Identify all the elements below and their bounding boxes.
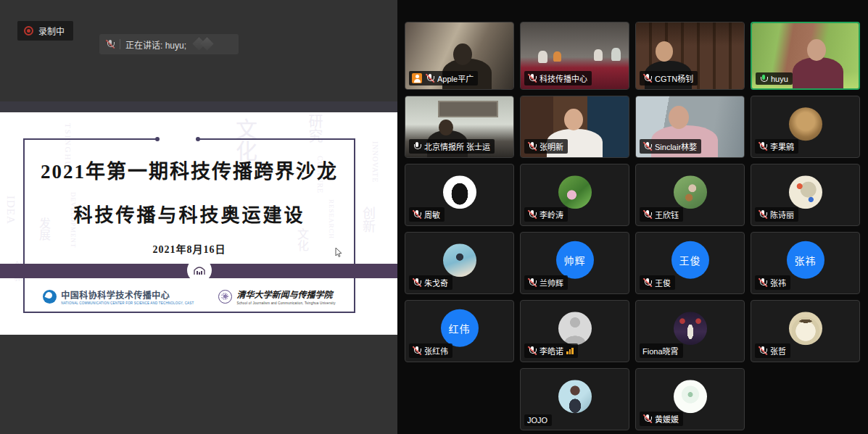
slide-logos-row: 中国科协科学技术传播中心 NATIONAL COMMUNICATION CENT… xyxy=(23,288,355,305)
participant-tile[interactable]: 周敏 xyxy=(405,164,514,226)
avatar-initials: 张祎 xyxy=(787,241,824,279)
mic-muted-icon xyxy=(758,142,767,151)
participant-name: 朱戈奇 xyxy=(424,277,448,288)
mic-muted-icon xyxy=(642,210,652,220)
mic-muted-icon xyxy=(412,346,421,356)
tsinghua-seal-icon xyxy=(218,290,232,304)
meeting-window: 录制中 正在讲话: huyu; 文化 研究 创新 TSINGHUA CULTUR… xyxy=(0,0,868,434)
mic-muted-icon xyxy=(527,74,537,83)
name-label: 张祎 xyxy=(755,275,790,290)
participant-tile[interactable]: 李岭涛 xyxy=(520,164,629,226)
participant-name: 兰帅辉 xyxy=(540,277,563,288)
avatar-lantern xyxy=(789,312,822,345)
participant-tile[interactable]: 李果鹓 xyxy=(751,96,860,158)
mic-muted-icon xyxy=(758,346,767,356)
divider xyxy=(120,39,120,49)
tsinghua-gate-emblem-icon xyxy=(187,258,212,283)
participant-tile[interactable]: 张明新 xyxy=(520,96,629,158)
participant-name: 王俊 xyxy=(655,277,671,288)
mic-muted-icon xyxy=(758,278,767,288)
name-label: 李岭涛 xyxy=(524,207,568,222)
name-label: JOJO xyxy=(524,414,552,426)
participant-name: Fiona晓霄 xyxy=(642,345,679,356)
mic-active-icon xyxy=(759,74,768,83)
mic-muted-icon xyxy=(642,142,652,151)
participant-tile-speaking[interactable]: huyu xyxy=(751,22,860,90)
watermark-text: INNOVATE xyxy=(371,141,379,183)
avatar-anime-beach xyxy=(443,243,476,277)
participant-tile[interactable]: 朱戈奇 xyxy=(405,232,514,294)
name-label: 朱戈奇 xyxy=(409,275,452,290)
participant-tile[interactable]: CGTN杨钊 xyxy=(635,22,745,90)
participant-tile[interactable]: 红伟 张红伟 xyxy=(405,300,514,362)
recording-icon xyxy=(24,26,33,36)
watermark-text: 创新 xyxy=(358,206,377,233)
name-label: Apple平广 xyxy=(409,71,478,85)
name-label: 北京情报所 张士运 xyxy=(409,139,495,154)
name-label: 李果鹓 xyxy=(755,139,798,154)
mic-muted-icon xyxy=(105,40,115,49)
mic-muted-icon xyxy=(642,74,652,83)
participant-tile[interactable]: 张哲 xyxy=(751,300,860,362)
participant-tile[interactable]: 李皓诺 xyxy=(520,300,629,362)
slide-title-line2: 科技传播与科技奥运建设 xyxy=(23,200,355,227)
tsinghua-logo-subtitle: School of Journalism and Communication, … xyxy=(236,301,335,305)
avatar-reading-silhouette xyxy=(443,175,476,209)
participant-tile[interactable]: 王欣钰 xyxy=(635,164,745,226)
participant-tile[interactable]: 帅辉 兰帅辉 xyxy=(520,232,629,294)
slide-date: 2021年8月16日 xyxy=(23,241,355,256)
mic-muted-icon xyxy=(412,210,421,220)
participant-tile[interactable]: 北京情报所 张士运 xyxy=(405,96,514,158)
slide-title: 2021年第一期科技传播跨界沙龙 科技传播与科技奥运建设 xyxy=(23,156,355,227)
participant-tile[interactable]: 科技传播中心 xyxy=(520,22,629,90)
participant-tile[interactable]: Fiona晓霄 xyxy=(635,300,745,362)
mic-muted-icon xyxy=(527,142,537,151)
mic-muted-icon xyxy=(527,278,537,288)
participant-tile[interactable]: 王俊 王俊 xyxy=(635,232,745,294)
name-label: CGTN杨钊 xyxy=(640,71,698,85)
recording-label: 录制中 xyxy=(38,25,65,37)
avatar-default-person xyxy=(558,312,592,345)
participant-tile[interactable]: 黄媛媛 xyxy=(635,368,745,430)
mouse-cursor-icon xyxy=(335,247,342,260)
name-label: Sinclair林婺 xyxy=(640,139,701,154)
mic-muted-icon xyxy=(527,210,537,220)
participant-name: 张哲 xyxy=(770,345,786,356)
avatar-teddy-bear xyxy=(789,107,822,141)
mic-muted-icon xyxy=(425,74,434,83)
tsinghua-logo-title: 清华大学新闻与传播学院 xyxy=(236,288,335,301)
slide-purple-band xyxy=(0,264,397,278)
cast-center-logo: 中国科协科学技术传播中心 NATIONAL COMMUNICATION CENT… xyxy=(43,288,194,305)
participant-tile[interactable]: Apple平广 xyxy=(405,22,514,90)
participant-name: 张祎 xyxy=(770,277,786,288)
participant-name: Apple平广 xyxy=(437,72,474,84)
mic-muted-icon xyxy=(758,210,767,220)
avatar-initials: 帅辉 xyxy=(556,241,594,279)
participant-tile[interactable]: Sinclair林婺 xyxy=(635,96,745,158)
participant-tile[interactable]: 陈诗丽 xyxy=(751,164,860,226)
slide-top-bar xyxy=(0,101,397,112)
recording-indicator[interactable]: 录制中 xyxy=(17,21,73,41)
participant-name: 张明新 xyxy=(540,141,563,152)
mic-muted-icon xyxy=(642,414,652,424)
shared-slide[interactable]: 文化 研究 创新 TSINGHUA CULTURE INNOVATE IDEA … xyxy=(0,101,397,335)
participant-name: JOJO xyxy=(527,416,547,425)
watermark-text: IDEA xyxy=(4,196,17,225)
mic-on-icon xyxy=(412,142,421,151)
participant-name: 陈诗丽 xyxy=(770,209,794,220)
name-label: 李皓诺 xyxy=(524,343,578,358)
participant-name: huyu xyxy=(771,75,788,83)
participant-name: 黄媛媛 xyxy=(655,413,679,425)
slide-title-line1: 2021年第一期科技传播跨界沙龙 xyxy=(23,156,355,184)
name-label: 黄媛媛 xyxy=(640,412,683,426)
cast-logo-title: 中国科协科学技术传播中心 xyxy=(61,288,194,301)
avatar-woman-at-window xyxy=(558,380,592,413)
participant-tile[interactable]: 张祎 张祎 xyxy=(751,232,860,294)
participant-name: 王欣钰 xyxy=(655,209,679,220)
participant-tile[interactable]: JOJO xyxy=(520,368,629,430)
participant-name: 李皓诺 xyxy=(540,345,563,356)
screen-share-panel: 录制中 正在讲话: huyu; 文化 研究 创新 TSINGHUA CULTUR… xyxy=(0,0,397,434)
participant-grid-panel: Apple平广 科技传播中心 CGTN杨钊 xyxy=(397,0,868,434)
cast-logo-subtitle: NATIONAL COMMUNICATION CENTER FOR SCIENC… xyxy=(61,301,194,305)
avatar-green-sketch xyxy=(674,380,707,413)
